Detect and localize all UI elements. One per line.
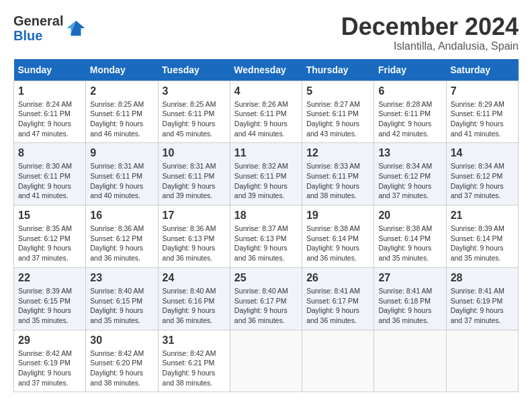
day-info: Sunrise: 8:36 AMSunset: 6:13 PMDaylight:… [163, 224, 216, 262]
logo-icon [66, 18, 86, 38]
day-info: Sunrise: 8:26 AMSunset: 6:11 PMDaylight:… [234, 100, 288, 138]
day-cell: 19 Sunrise: 8:38 AMSunset: 6:14 PMDaylig… [302, 205, 374, 268]
header-monday: Monday [86, 59, 158, 81]
logo: General Blue [13, 13, 86, 43]
day-info: Sunrise: 8:40 AMSunset: 6:15 PMDaylight:… [90, 287, 144, 324]
day-info: Sunrise: 8:31 AMSunset: 6:11 PMDaylight:… [90, 162, 144, 199]
day-cell: 1 Sunrise: 8:24 AMSunset: 6:11 PMDayligh… [14, 81, 86, 143]
day-info: Sunrise: 8:41 AMSunset: 6:17 PMDaylight:… [306, 287, 360, 324]
day-number: 18 [234, 210, 298, 222]
day-info: Sunrise: 8:42 AMSunset: 6:21 PMDaylight:… [163, 349, 216, 387]
day-info: Sunrise: 8:40 AMSunset: 6:16 PMDaylight:… [163, 287, 216, 324]
header-tuesday: Tuesday [158, 59, 230, 81]
day-info: Sunrise: 8:40 AMSunset: 6:17 PMDaylight:… [234, 287, 288, 324]
page-header: General Blue December 2024 Islantilla, A… [13, 13, 519, 52]
day-cell: 9 Sunrise: 8:31 AMSunset: 6:11 PMDayligh… [86, 143, 158, 205]
day-cell [374, 330, 446, 392]
day-number: 13 [378, 147, 441, 159]
day-cell: 21 Sunrise: 8:39 AMSunset: 6:14 PMDaylig… [446, 205, 518, 268]
day-number: 7 [451, 85, 514, 97]
day-cell: 27 Sunrise: 8:41 AMSunset: 6:18 PMDaylig… [374, 267, 446, 330]
day-cell: 30 Sunrise: 8:42 AMSunset: 6:20 PMDaylig… [86, 330, 158, 392]
day-number: 10 [163, 147, 226, 159]
day-number: 25 [234, 272, 298, 284]
day-info: Sunrise: 8:41 AMSunset: 6:18 PMDaylight:… [378, 287, 432, 324]
day-info: Sunrise: 8:36 AMSunset: 6:12 PMDaylight:… [90, 224, 144, 262]
header-saturday: Saturday [446, 59, 518, 81]
day-number: 17 [163, 210, 226, 222]
day-number: 12 [306, 147, 369, 159]
day-number: 14 [451, 147, 514, 159]
day-cell: 29 Sunrise: 8:42 AMSunset: 6:19 PMDaylig… [14, 330, 86, 392]
logo-blue: Blue [13, 28, 63, 43]
day-cell: 3 Sunrise: 8:25 AMSunset: 6:11 PMDayligh… [158, 81, 230, 143]
week-row-5: 29 Sunrise: 8:42 AMSunset: 6:19 PMDaylig… [14, 330, 519, 392]
day-number: 16 [90, 210, 153, 222]
day-cell [302, 330, 374, 392]
day-number: 1 [18, 85, 81, 97]
week-row-1: 1 Sunrise: 8:24 AMSunset: 6:11 PMDayligh… [14, 81, 519, 143]
day-info: Sunrise: 8:32 AMSunset: 6:11 PMDaylight:… [234, 162, 288, 199]
day-cell: 10 Sunrise: 8:31 AMSunset: 6:11 PMDaylig… [158, 143, 230, 205]
day-info: Sunrise: 8:27 AMSunset: 6:11 PMDaylight:… [306, 100, 360, 138]
day-info: Sunrise: 8:42 AMSunset: 6:20 PMDaylight:… [90, 349, 144, 387]
logo-general: General [13, 13, 63, 28]
day-number: 26 [306, 272, 369, 284]
day-cell: 26 Sunrise: 8:41 AMSunset: 6:17 PMDaylig… [302, 267, 374, 330]
day-info: Sunrise: 8:31 AMSunset: 6:11 PMDaylight:… [163, 162, 216, 199]
week-row-4: 22 Sunrise: 8:39 AMSunset: 6:15 PMDaylig… [14, 267, 519, 330]
header-sunday: Sunday [14, 59, 86, 81]
day-number: 3 [163, 85, 226, 97]
day-info: Sunrise: 8:34 AMSunset: 6:12 PMDaylight:… [451, 162, 504, 199]
day-number: 2 [90, 85, 153, 97]
day-info: Sunrise: 8:33 AMSunset: 6:11 PMDaylight:… [306, 162, 360, 199]
week-row-3: 15 Sunrise: 8:35 AMSunset: 6:12 PMDaylig… [14, 205, 519, 268]
day-number: 22 [18, 272, 81, 284]
day-number: 4 [234, 85, 298, 97]
day-info: Sunrise: 8:38 AMSunset: 6:14 PMDaylight:… [306, 224, 360, 262]
day-cell: 6 Sunrise: 8:28 AMSunset: 6:11 PMDayligh… [374, 81, 446, 143]
day-number: 20 [378, 210, 441, 222]
day-info: Sunrise: 8:37 AMSunset: 6:13 PMDaylight:… [234, 224, 288, 262]
day-cell: 12 Sunrise: 8:33 AMSunset: 6:11 PMDaylig… [302, 143, 374, 205]
day-cell: 31 Sunrise: 8:42 AMSunset: 6:21 PMDaylig… [158, 330, 230, 392]
day-cell: 22 Sunrise: 8:39 AMSunset: 6:15 PMDaylig… [14, 267, 86, 330]
header-friday: Friday [374, 59, 446, 81]
day-number: 28 [451, 272, 514, 284]
day-cell [446, 330, 518, 392]
day-cell: 17 Sunrise: 8:36 AMSunset: 6:13 PMDaylig… [158, 205, 230, 268]
day-cell: 23 Sunrise: 8:40 AMSunset: 6:15 PMDaylig… [86, 267, 158, 330]
day-number: 24 [163, 272, 226, 284]
location: Islantilla, Andalusia, Spain [341, 40, 519, 52]
day-number: 11 [234, 147, 298, 159]
day-number: 6 [378, 85, 441, 97]
day-info: Sunrise: 8:39 AMSunset: 6:14 PMDaylight:… [451, 224, 504, 262]
header-row: SundayMondayTuesdayWednesdayThursdayFrid… [14, 59, 519, 81]
day-cell: 11 Sunrise: 8:32 AMSunset: 6:11 PMDaylig… [230, 143, 302, 205]
day-cell: 8 Sunrise: 8:30 AMSunset: 6:11 PMDayligh… [14, 143, 86, 205]
day-cell: 13 Sunrise: 8:34 AMSunset: 6:12 PMDaylig… [374, 143, 446, 205]
day-info: Sunrise: 8:25 AMSunset: 6:11 PMDaylight:… [163, 100, 216, 138]
day-number: 27 [378, 272, 441, 284]
day-number: 21 [451, 210, 514, 222]
day-number: 23 [90, 272, 153, 284]
day-number: 29 [18, 334, 81, 347]
header-thursday: Thursday [302, 59, 374, 81]
day-number: 19 [306, 210, 369, 222]
day-info: Sunrise: 8:35 AMSunset: 6:12 PMDaylight:… [18, 224, 72, 262]
day-number: 30 [90, 334, 153, 347]
day-cell: 25 Sunrise: 8:40 AMSunset: 6:17 PMDaylig… [230, 267, 302, 330]
day-info: Sunrise: 8:28 AMSunset: 6:11 PMDaylight:… [378, 100, 432, 138]
day-cell: 14 Sunrise: 8:34 AMSunset: 6:12 PMDaylig… [446, 143, 518, 205]
day-cell: 28 Sunrise: 8:41 AMSunset: 6:19 PMDaylig… [446, 267, 518, 330]
week-row-2: 8 Sunrise: 8:30 AMSunset: 6:11 PMDayligh… [14, 143, 519, 205]
day-cell: 24 Sunrise: 8:40 AMSunset: 6:16 PMDaylig… [158, 267, 230, 330]
day-cell: 5 Sunrise: 8:27 AMSunset: 6:11 PMDayligh… [302, 81, 374, 143]
day-info: Sunrise: 8:38 AMSunset: 6:14 PMDaylight:… [378, 224, 432, 262]
day-info: Sunrise: 8:29 AMSunset: 6:11 PMDaylight:… [451, 100, 504, 138]
logo-text: General Blue [13, 13, 63, 43]
header-wednesday: Wednesday [230, 59, 302, 81]
svg-marker-0 [71, 21, 85, 36]
day-cell: 7 Sunrise: 8:29 AMSunset: 6:11 PMDayligh… [446, 81, 518, 143]
day-number: 9 [90, 147, 153, 159]
